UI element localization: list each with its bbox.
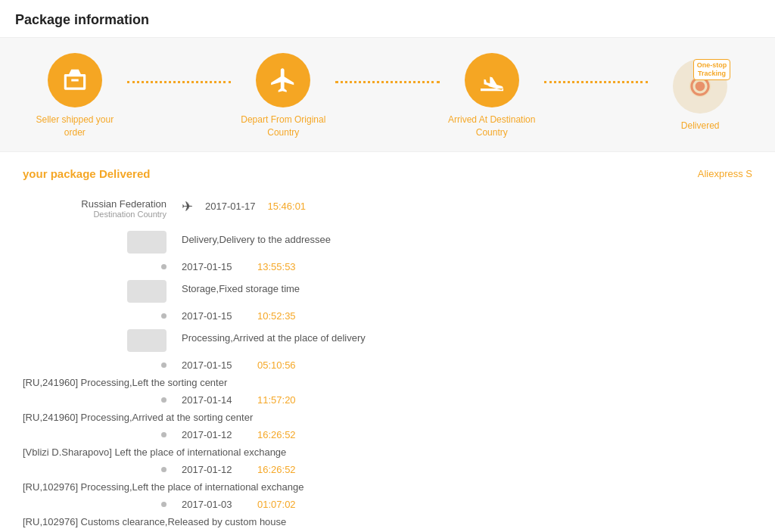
dots-1 bbox=[127, 81, 232, 83]
plane-land-icon bbox=[478, 66, 506, 95]
one-stop-container: One-stopTracking bbox=[673, 59, 727, 114]
main-content: your package Delivered Aliexpress S Russ… bbox=[0, 152, 775, 532]
bracket-event: [RU,241960] Processing,Left the sorting … bbox=[23, 377, 227, 388]
dot-date: 2017-01-12 bbox=[182, 464, 242, 475]
timeline: Russian Federation Destination Country ✈… bbox=[23, 195, 752, 530]
dot-spacer bbox=[23, 313, 174, 319]
country-name: Russian Federation bbox=[23, 198, 167, 210]
dot-time: 11:57:20 bbox=[257, 394, 296, 406]
bracket-event: [RU,102976] Customs clearance,Released b… bbox=[23, 516, 286, 527]
event-desc: Processing,Arrived at the place of deliv… bbox=[182, 329, 366, 344]
dot-spacer bbox=[23, 467, 174, 472]
thumb-spacer bbox=[23, 280, 174, 303]
step-label-delivered: Delivered bbox=[681, 120, 720, 132]
dot-time: 10:52:35 bbox=[257, 310, 296, 322]
progress-steps: Seller shipped your order Depart From Or… bbox=[23, 53, 752, 139]
bracket-event: [RU,102976] Processing,Left the place of… bbox=[23, 481, 303, 493]
dot-spacer bbox=[23, 362, 174, 368]
event-desc: Delivery,Delivery to the addressee bbox=[182, 231, 331, 245]
dot-bullet bbox=[161, 313, 167, 319]
step-label-depart: Depart From Original Country bbox=[238, 114, 328, 139]
thumb-spacer bbox=[23, 329, 174, 352]
event-thumb bbox=[127, 231, 167, 254]
dot-spacer bbox=[23, 264, 174, 269]
dots-3 bbox=[544, 81, 649, 83]
event-row-1: 2017-01-15 13:55:53 bbox=[23, 258, 752, 275]
event-row-7: 2017-01-14 11:57:20 bbox=[23, 391, 752, 409]
dots-2 bbox=[335, 81, 440, 83]
dot-time: 01:07:02 bbox=[257, 499, 296, 510]
dot-time: 16:26:52 bbox=[257, 464, 296, 475]
dot-bullet bbox=[161, 362, 167, 368]
connector-3 bbox=[544, 81, 649, 84]
event-row-13: 2017-01-03 01:07:02 bbox=[23, 496, 752, 513]
step-label-arrived: Arrived At Destination Country bbox=[447, 114, 537, 139]
connector-1 bbox=[127, 81, 232, 84]
event-row-9: 2017-01-12 16:26:52 bbox=[23, 426, 752, 443]
event-thumb bbox=[127, 329, 167, 352]
dot-spacer bbox=[23, 502, 174, 507]
step-label-seller: Seller shipped your order bbox=[30, 114, 120, 139]
timeline-header-row: Russian Federation Destination Country ✈… bbox=[23, 195, 752, 222]
dot-time: 16:26:52 bbox=[257, 429, 296, 440]
dot-bullet bbox=[161, 432, 167, 437]
dot-time: 05:10:56 bbox=[257, 359, 296, 371]
dot-date: 2017-01-15 bbox=[182, 359, 242, 371]
bracket-event: [Vblizi D.Sharapovo] Left the place of i… bbox=[23, 446, 286, 458]
country-sub: Destination Country bbox=[23, 210, 167, 219]
one-stop-badge-text: One-stopTracking bbox=[693, 59, 731, 80]
dot-date: 2017-01-12 bbox=[182, 429, 242, 440]
step-seller-shipped: Seller shipped your order bbox=[23, 53, 127, 139]
event-row-14: [RU,102976] Customs clearance,Released b… bbox=[23, 513, 752, 530]
delivered-prefix: your package bbox=[23, 167, 99, 180]
delivered-banner: your package Delivered Aliexpress S bbox=[23, 167, 752, 180]
dot-bullet bbox=[161, 264, 167, 269]
event-row-5: 2017-01-15 05:10:56 bbox=[23, 356, 752, 374]
dot-date: 2017-01-03 bbox=[182, 499, 242, 510]
progress-section: Seller shipped your order Depart From Or… bbox=[0, 38, 775, 152]
header-time-col: ✈ 2017-01-17 15:46:01 bbox=[182, 198, 306, 215]
page-title: Package information bbox=[0, 0, 775, 38]
country-col: Russian Federation Destination Country bbox=[23, 198, 174, 219]
events-container: Delivery,Delivery to the addressee 2017-… bbox=[23, 226, 752, 530]
step-circle-arrived bbox=[465, 53, 519, 107]
header-time: 15:46:01 bbox=[268, 201, 307, 212]
box-icon bbox=[61, 66, 89, 95]
event-row-6: [RU,241960] Processing,Left the sorting … bbox=[23, 374, 752, 391]
event-row-8: [RU,241960] Processing,Arrived at the so… bbox=[23, 409, 752, 426]
dot-date: 2017-01-15 bbox=[182, 310, 242, 322]
step-arrived: Arrived At Destination Country bbox=[440, 53, 544, 139]
event-thumb bbox=[127, 280, 167, 303]
dot-date: 2017-01-14 bbox=[182, 394, 242, 406]
event-desc: Storage,Fixed storage time bbox=[182, 280, 300, 294]
dot-time: 13:55:53 bbox=[257, 261, 296, 272]
delivered-status: Delivered bbox=[99, 167, 151, 180]
event-row-3: 2017-01-15 10:52:35 bbox=[23, 307, 752, 325]
delivered-text: your package Delivered bbox=[23, 167, 150, 180]
dot-bullet bbox=[161, 397, 167, 403]
step-circle-depart bbox=[256, 53, 310, 107]
connector-2 bbox=[335, 81, 440, 84]
dot-bullet bbox=[161, 502, 167, 507]
event-row-4: Processing,Arrived at the place of deliv… bbox=[23, 325, 752, 356]
dot-spacer bbox=[23, 432, 174, 437]
event-row-0: Delivery,Delivery to the addressee bbox=[23, 226, 752, 258]
thumb-spacer bbox=[23, 231, 174, 254]
dot-spacer bbox=[23, 397, 174, 403]
event-row-12: [RU,102976] Processing,Left the place of… bbox=[23, 478, 752, 496]
page-wrapper: Package information Seller shipped your … bbox=[0, 0, 775, 532]
aliexpress-link[interactable]: Aliexpress S bbox=[698, 168, 752, 179]
plane-right-icon bbox=[269, 66, 297, 95]
plane-icon: ✈ bbox=[182, 198, 193, 215]
step-circle-seller bbox=[48, 53, 102, 107]
bracket-event: [RU,241960] Processing,Arrived at the so… bbox=[23, 412, 253, 423]
dot-bullet bbox=[161, 467, 167, 472]
step-depart: Depart From Original Country bbox=[231, 53, 335, 139]
dot-date: 2017-01-15 bbox=[182, 261, 242, 272]
event-row-2: Storage,Fixed storage time bbox=[23, 275, 752, 307]
event-row-10: [Vblizi D.Sharapovo] Left the place of i… bbox=[23, 443, 752, 461]
step-delivered: One-stopTracking Delivered bbox=[648, 59, 752, 132]
event-row-11: 2017-01-12 16:26:52 bbox=[23, 461, 752, 478]
header-date: 2017-01-17 bbox=[205, 201, 256, 212]
